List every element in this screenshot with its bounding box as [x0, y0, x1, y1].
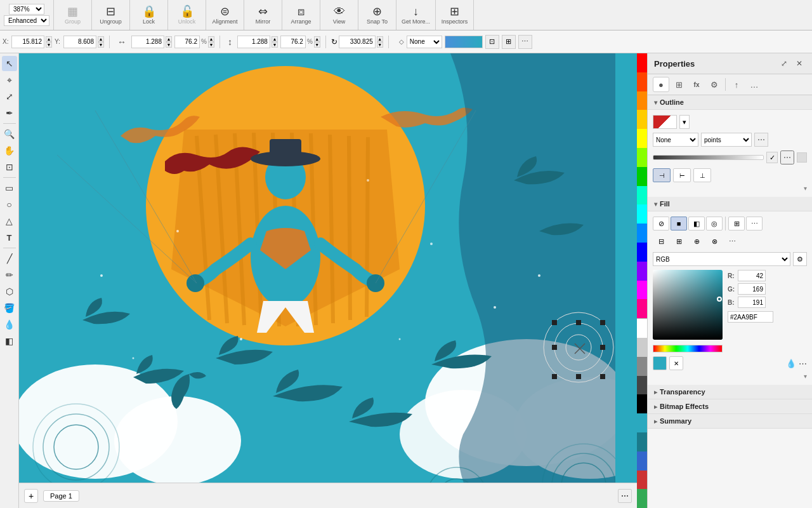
outline-collapse-btn[interactable]: ▾	[804, 185, 807, 192]
pen-tool[interactable]: ✒	[2, 105, 17, 121]
palette-color-8[interactable]	[637, 186, 647, 205]
palette-color-4[interactable]	[637, 110, 647, 129]
outline-checkbox[interactable]: ✓	[766, 152, 778, 163]
zoom-tool[interactable]: 🔍	[2, 126, 17, 142]
toolbar-inspectors-btn[interactable]: ⊞ Inspectors	[436, 0, 474, 30]
h-down[interactable]: ▼	[272, 42, 278, 48]
palette-color-20[interactable]	[637, 413, 647, 432]
outline-type-select[interactable]: None Solid	[653, 133, 698, 147]
palette-color-19[interactable]	[637, 394, 647, 413]
w-pct-down[interactable]: ▼	[208, 42, 214, 48]
palette-color-1[interactable]	[637, 53, 647, 72]
outline-extra-btn[interactable]	[797, 152, 807, 163]
toolbar-getmore-btn[interactable]: ↓ Get More...	[396, 0, 436, 30]
line-tool[interactable]: ╱	[2, 251, 17, 266]
fill-mode-1[interactable]: ⊟	[653, 234, 669, 248]
palette-color-22[interactable]	[637, 451, 647, 471]
h-pct-input[interactable]	[280, 36, 306, 48]
cap-round-btn[interactable]: ⊣	[653, 168, 671, 182]
active-swatch[interactable]	[653, 356, 667, 370]
node-tool[interactable]: ⌖	[2, 72, 17, 88]
outline-section-header[interactable]: ▾ Outline	[648, 95, 812, 110]
toolbar-unlock-btn[interactable]: 🔓 Unlock	[168, 0, 206, 30]
x-down[interactable]: ▼	[46, 42, 52, 48]
toolbar-mirror-btn[interactable]: ⇔ Mirror	[244, 0, 282, 30]
fill-color-preview[interactable]	[445, 36, 483, 48]
view-mode-select[interactable]: Enhanced Pixel	[4, 15, 49, 26]
fill-mode-2[interactable]: ⊞	[671, 234, 687, 248]
tab-more[interactable]: …	[746, 77, 763, 92]
panel-close-icon[interactable]: ✕	[793, 57, 806, 70]
g-input[interactable]	[738, 283, 766, 295]
fill-link-btn[interactable]: ⊞	[728, 217, 745, 231]
fill-tool[interactable]: 🪣	[2, 300, 17, 316]
outline-more-btn[interactable]: ⋯	[754, 133, 768, 147]
palette-color-5[interactable]	[637, 129, 647, 148]
tab-swatches[interactable]: ⊞	[671, 77, 687, 92]
h-pct-down[interactable]: ▼	[314, 42, 320, 48]
swatch-more-btn[interactable]: 💧 ⋯	[786, 359, 807, 368]
palette-color-2[interactable]	[637, 72, 647, 91]
select-tool[interactable]: ↖	[2, 56, 17, 71]
rotate-down[interactable]: ▼	[377, 42, 383, 48]
fill-mode-4[interactable]: ⊗	[706, 234, 723, 248]
transform-tool[interactable]: ⤢	[2, 89, 17, 104]
tab-color[interactable]: ●	[653, 77, 669, 92]
toolbar-alignment-btn[interactable]: ⊜ Alignment	[206, 0, 244, 30]
ellipse-tool[interactable]: ○	[2, 197, 17, 212]
outline-options-btn[interactable]: ⋯	[780, 150, 794, 164]
transform-mode-btn[interactable]: ⊡	[485, 35, 499, 49]
toolbar-lock-btn[interactable]: 🔒 Lock	[130, 0, 168, 30]
color-settings-btn[interactable]: ⚙	[793, 252, 807, 266]
palette-color-21[interactable]	[637, 432, 647, 451]
fill-mode-3[interactable]: ⊕	[688, 234, 705, 248]
pan-tool[interactable]: ✋	[2, 143, 17, 158]
panel-resize-icon[interactable]: ⤢	[778, 57, 790, 70]
outline-color-dropdown[interactable]: ▾	[679, 115, 690, 129]
palette-color-16[interactable]	[637, 338, 647, 357]
add-page-button[interactable]: +	[24, 489, 38, 503]
palette-color-11[interactable]	[637, 243, 647, 262]
h-input[interactable]	[237, 36, 270, 48]
brush-tool[interactable]: ⬡	[2, 284, 17, 299]
palette-color-3[interactable]	[637, 91, 647, 110]
swatch-options-btn[interactable]: ⋯	[799, 359, 807, 368]
color-model-select[interactable]: RGB CMYK HSL	[653, 252, 790, 266]
palette-color-7[interactable]	[637, 167, 647, 186]
page-1-tab[interactable]: Page 1	[43, 490, 79, 502]
fill-section-header[interactable]: ▾ Fill	[648, 197, 812, 211]
y-down[interactable]: ▼	[98, 42, 104, 48]
crop-tool[interactable]: ⊡	[2, 159, 17, 175]
tab-fx[interactable]: fx	[688, 77, 705, 92]
canvas-area[interactable]: + Page 1 ⋯	[19, 53, 637, 508]
r-input[interactable]	[738, 270, 766, 281]
palette-color-23[interactable]	[637, 471, 647, 490]
h-pct-up[interactable]: ▲	[314, 36, 320, 42]
outline-points-select[interactable]: points px	[701, 133, 752, 147]
hex-input[interactable]	[728, 311, 773, 323]
transparency-section-header[interactable]: ▸ Transparency	[648, 385, 812, 399]
toolbar-view-btn[interactable]: 👁 View	[320, 0, 358, 30]
x-input[interactable]	[11, 36, 44, 48]
y-up[interactable]: ▲	[98, 36, 104, 42]
fill-collapse-btn[interactable]: ▾	[804, 373, 807, 380]
toolbar-group-btn[interactable]: ▦ Group	[54, 0, 92, 30]
polygon-tool[interactable]: △	[2, 213, 17, 229]
fill-none-btn[interactable]: ⊘	[653, 217, 669, 231]
w-down[interactable]: ▼	[166, 42, 172, 48]
flip-btn[interactable]: ⊞	[502, 35, 516, 49]
fill-linear-btn[interactable]: ◧	[688, 217, 705, 231]
w-up[interactable]: ▲	[166, 36, 172, 42]
palette-color-15[interactable]	[637, 318, 647, 338]
pencil-tool[interactable]: ✏	[2, 267, 17, 283]
fill-more-btn[interactable]: ⋯	[746, 217, 763, 231]
palette-color-24[interactable]	[637, 489, 647, 508]
palette-color-6[interactable]	[637, 148, 647, 167]
h-up[interactable]: ▲	[272, 36, 278, 42]
fill-solid-btn[interactable]: ■	[671, 217, 687, 231]
palette-color-12[interactable]	[637, 262, 647, 281]
more-options-btn[interactable]: ⋯	[518, 35, 532, 49]
palette-color-9[interactable]	[637, 204, 647, 224]
palette-color-17[interactable]	[637, 357, 647, 376]
y-input[interactable]	[63, 36, 96, 48]
